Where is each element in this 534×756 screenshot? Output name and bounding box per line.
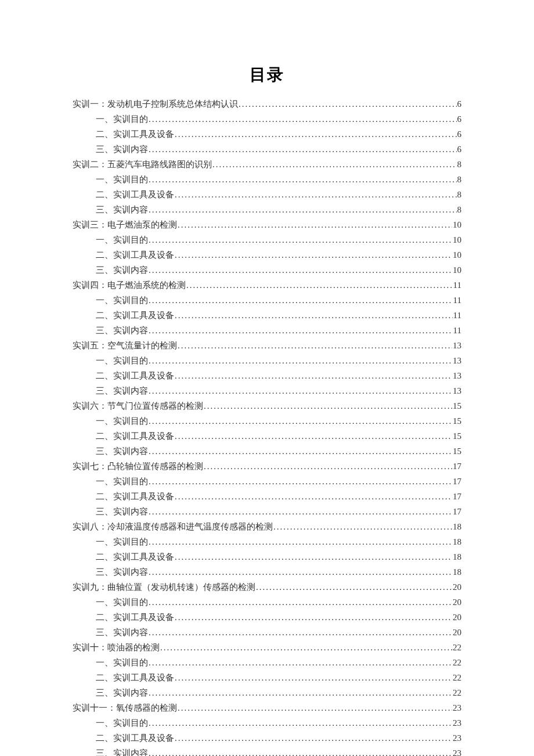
toc-leader-dots [186, 278, 453, 293]
toc-page-number: 22 [453, 685, 461, 700]
toc-leader-dots [149, 353, 452, 368]
toc-page-number: 6 [457, 111, 462, 127]
toc-page-number: 23 [453, 746, 461, 756]
toc-page-number: 23 [453, 700, 461, 715]
toc-page-number: 15 [453, 413, 461, 429]
toc-list: 实训一：发动机电子控制系统总体结构认识6一、实训目的6二、实训工具及设备6三、实… [73, 96, 461, 756]
toc-entry-text: 二、实训工具及设备 [96, 368, 174, 383]
toc-leader-dots [175, 730, 452, 746]
toc-entry: 二、实训工具及设备11 [73, 308, 461, 323]
toc-leader-dots [149, 262, 452, 278]
toc-entry: 实训十一：氧传感器的检测23 [73, 700, 461, 715]
toc-leader-dots [149, 655, 452, 670]
toc-leader-dots [149, 413, 452, 429]
toc-leader-dots [149, 172, 457, 187]
toc-page-number: 22 [453, 640, 461, 655]
toc-leader-dots [175, 308, 453, 323]
toc-page-number: 10 [453, 217, 461, 232]
toc-entry: 三、实训内容8 [73, 202, 461, 217]
toc-entry-text: 一、实训目的 [96, 534, 148, 549]
toc-entry-text: 二、实训工具及设备 [96, 429, 174, 444]
toc-entry-text: 二、实训工具及设备 [96, 308, 174, 323]
toc-entry: 一、实训目的10 [73, 232, 461, 247]
toc-entry-text: 三、实训内容 [96, 142, 148, 157]
toc-entry: 实训十：喷油器的检测22 [73, 640, 461, 655]
toc-entry: 二、实训工具及设备18 [73, 549, 461, 564]
toc-entry: 三、实训内容13 [73, 383, 461, 398]
toc-page-number: 22 [453, 670, 461, 685]
toc-entry-text: 三、实训内容 [96, 625, 148, 640]
toc-entry-text: 三、实训内容 [96, 564, 148, 579]
toc-entry-text: 实训十：喷油器的检测 [73, 640, 160, 655]
toc-entry: 实训六：节气门位置传感器的检测15 [73, 398, 461, 413]
toc-entry: 一、实训目的22 [73, 655, 461, 670]
toc-page-number: 8 [457, 202, 462, 217]
toc-leader-dots [204, 459, 452, 474]
toc-leader-dots [149, 715, 452, 730]
toc-entry-text: 三、实训内容 [96, 444, 148, 459]
toc-entry-text: 二、实训工具及设备 [96, 187, 174, 202]
toc-page-number: 15 [453, 429, 461, 444]
toc-entry-text: 实训一：发动机电子控制系统总体结构认识 [73, 96, 238, 111]
toc-leader-dots [178, 700, 452, 715]
toc-entry-text: 二、实训工具及设备 [96, 670, 174, 685]
toc-page-number: 13 [453, 338, 461, 353]
toc-page-number: 17 [453, 474, 461, 489]
toc-entry: 一、实训目的15 [73, 413, 461, 429]
toc-entry-text: 二、实训工具及设备 [96, 127, 174, 142]
toc-entry: 三、实训内容23 [73, 746, 461, 756]
toc-leader-dots [149, 142, 457, 157]
toc-leader-dots [149, 685, 452, 700]
toc-leader-dots [175, 549, 452, 564]
toc-entry-text: 一、实训目的 [96, 172, 148, 187]
toc-entry-text: 一、实训目的 [96, 655, 148, 670]
document-page: 目录 实训一：发动机电子控制系统总体结构认识6一、实训目的6二、实训工具及设备6… [0, 0, 534, 756]
toc-leader-dots [149, 746, 452, 756]
toc-page-number: 15 [453, 444, 461, 459]
toc-leader-dots [175, 187, 457, 202]
toc-entry-text: 一、实训目的 [96, 353, 148, 368]
toc-leader-dots [175, 127, 457, 142]
toc-entry-text: 实训七：凸轮轴位置传感器的检测 [73, 459, 203, 474]
toc-entry: 实训四：电子燃油系统的检测11 [73, 278, 461, 293]
toc-entry: 实训七：凸轮轴位置传感器的检测17 [73, 459, 461, 474]
toc-leader-dots [178, 217, 452, 232]
toc-leader-dots [149, 504, 452, 519]
toc-page-number: 17 [453, 459, 461, 474]
toc-entry-text: 实训八：冷却液温度传感器和进气温度传感器的检测 [73, 519, 273, 534]
toc-leader-dots [175, 429, 452, 444]
toc-leader-dots [149, 111, 457, 127]
toc-entry-text: 二、实训工具及设备 [96, 610, 174, 625]
toc-entry: 二、实训工具及设备13 [73, 368, 461, 383]
toc-entry: 二、实训工具及设备23 [73, 730, 461, 746]
toc-entry: 三、实训内容6 [73, 142, 461, 157]
toc-entry: 三、实训内容18 [73, 564, 461, 579]
toc-leader-dots [178, 338, 452, 353]
toc-leader-dots [204, 398, 452, 413]
toc-entry-text: 二、实训工具及设备 [96, 247, 174, 262]
toc-entry-text: 二、实训工具及设备 [96, 489, 174, 504]
toc-page-number: 20 [453, 595, 461, 610]
toc-entry: 三、实训内容22 [73, 685, 461, 700]
toc-entry: 三、实训内容11 [73, 323, 461, 338]
toc-leader-dots [149, 293, 453, 308]
toc-page-number: 6 [457, 127, 462, 142]
toc-entry-text: 实训三：电子燃油泵的检测 [73, 217, 177, 232]
toc-page-number: 18 [453, 549, 461, 564]
toc-entry-text: 二、实训工具及设备 [96, 730, 174, 746]
toc-page-number: 10 [453, 262, 461, 278]
toc-entry-text: 一、实训目的 [96, 293, 148, 308]
toc-entry: 二、实训工具及设备17 [73, 489, 461, 504]
toc-entry: 二、实训工具及设备22 [73, 670, 461, 685]
toc-page-number: 18 [453, 564, 461, 579]
toc-page-number: 13 [453, 368, 461, 383]
toc-leader-dots [175, 489, 452, 504]
toc-page-number: 13 [453, 383, 461, 398]
toc-entry-text: 三、实训内容 [96, 685, 148, 700]
toc-leader-dots [175, 610, 452, 625]
toc-entry: 一、实训目的8 [73, 172, 461, 187]
toc-page-number: 8 [457, 157, 462, 172]
toc-entry-text: 一、实训目的 [96, 595, 148, 610]
toc-leader-dots [175, 368, 452, 383]
toc-entry-text: 实训五：空气流量计的检测 [73, 338, 177, 353]
